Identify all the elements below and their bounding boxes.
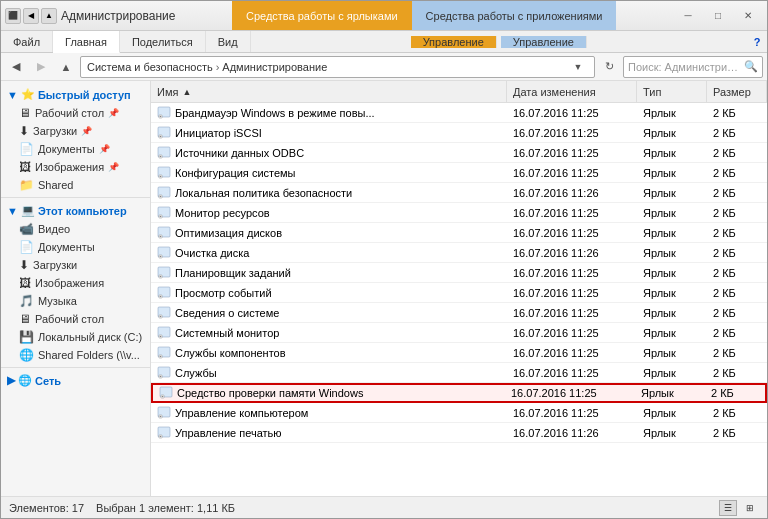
- search-placeholder: Поиск: Администрирование: [628, 61, 741, 73]
- table-row[interactable]: Оптимизация дисков 16.07.2016 11:25 Ярлы…: [151, 223, 767, 243]
- back-button[interactable]: ◀: [5, 56, 27, 78]
- file-type-cell: Ярлык: [637, 407, 707, 419]
- address-box[interactable]: Система и безопасность › Администрирован…: [80, 56, 595, 78]
- sidebar-quick-access-header[interactable]: ▼ ⭐ Быстрый доступ: [1, 85, 150, 104]
- shared-icon: 📁: [19, 178, 34, 192]
- search-box[interactable]: Поиск: Администрирование 🔍: [623, 56, 763, 78]
- table-row[interactable]: Конфигурация системы 16.07.2016 11:25 Яр…: [151, 163, 767, 183]
- sidebar-item-downloads2[interactable]: ⬇ Загрузки: [1, 256, 150, 274]
- statusbar: Элементов: 17 Выбран 1 элемент: 1,11 КБ …: [1, 496, 767, 518]
- file-name: Оптимизация дисков: [175, 227, 282, 239]
- file-name-cell: Источники данных ODBC: [151, 146, 507, 160]
- col-header-size[interactable]: Размер: [707, 81, 767, 102]
- file-icon: [157, 266, 171, 280]
- sidebar-item-images[interactable]: 🖼 Изображения 📌: [1, 158, 150, 176]
- col-header-type[interactable]: Тип: [637, 81, 707, 102]
- up-button[interactable]: ▲: [55, 56, 77, 78]
- address-dropdown-icon[interactable]: ▼: [568, 62, 588, 72]
- back-icon[interactable]: ◀: [23, 8, 39, 24]
- table-row[interactable]: Службы компонентов 16.07.2016 11:25 Ярлы…: [151, 343, 767, 363]
- details-view-button[interactable]: ☰: [719, 500, 737, 516]
- svg-point-11: [160, 175, 162, 177]
- file-list-header: Имя ▲ Дата изменения Тип Размер: [151, 81, 767, 103]
- table-row[interactable]: Инициатор iSCSI 16.07.2016 11:25 Ярлык 2…: [151, 123, 767, 143]
- file-size-cell: 2 КБ: [707, 327, 767, 339]
- downloads2-icon: ⬇: [19, 258, 29, 272]
- file-name-cell: Просмотр событий: [151, 286, 507, 300]
- window-title: Администрирование: [61, 9, 175, 23]
- sidebar-localdisk-label: Локальный диск (C:): [38, 331, 142, 343]
- col-header-name[interactable]: Имя ▲: [151, 81, 507, 102]
- window-controls: ─ □ ✕: [673, 6, 763, 26]
- file-size-cell: 2 КБ: [707, 347, 767, 359]
- maximize-button[interactable]: □: [703, 6, 733, 26]
- search-icon[interactable]: 🔍: [744, 60, 758, 73]
- sidebar-item-music[interactable]: 🎵 Музыка: [1, 292, 150, 310]
- quick-access-icon[interactable]: ⬛: [5, 8, 21, 24]
- sidebar-desktop2-label: Рабочий стол: [35, 313, 104, 325]
- table-row[interactable]: Очистка диска 16.07.2016 11:26 Ярлык 2 К…: [151, 243, 767, 263]
- sidebar-item-video[interactable]: 📹 Видео: [1, 220, 150, 238]
- table-row[interactable]: Средство проверки памяти Windows 16.07.2…: [151, 383, 767, 403]
- file-date-cell: 16.07.2016 11:25: [507, 167, 637, 179]
- sidebar-item-localdisk[interactable]: 💾 Локальный диск (C:): [1, 328, 150, 346]
- table-row[interactable]: Брандмауэр Windows в режиме повы... 16.0…: [151, 103, 767, 123]
- svg-point-35: [160, 335, 162, 337]
- sidebar-desktop-label: Рабочий стол: [35, 107, 104, 119]
- file-name: Сведения о системе: [175, 307, 279, 319]
- address-separator: ›: [216, 61, 220, 73]
- table-row[interactable]: Локальная политика безопасности 16.07.20…: [151, 183, 767, 203]
- context-tab-apps[interactable]: Средства работы с приложениями: [412, 1, 617, 30]
- refresh-button[interactable]: ↻: [598, 56, 620, 78]
- file-date-cell: 16.07.2016 11:25: [507, 327, 637, 339]
- sidebar-item-downloads[interactable]: ⬇ Загрузки 📌: [1, 122, 150, 140]
- table-row[interactable]: Системный монитор 16.07.2016 11:25 Ярлык…: [151, 323, 767, 343]
- context-tab-shortcuts[interactable]: Средства работы с ярлыками: [232, 1, 412, 30]
- tab-manage-apps[interactable]: Управление: [501, 36, 587, 48]
- table-row[interactable]: Просмотр событий 16.07.2016 11:25 Ярлык …: [151, 283, 767, 303]
- sidebar-network-header[interactable]: ▶ 🌐 Сеть: [1, 371, 150, 390]
- forward-button[interactable]: ▶: [30, 56, 52, 78]
- file-icon: [157, 246, 171, 260]
- file-name-cell: Средство проверки памяти Windows: [153, 386, 505, 400]
- addressbar: ◀ ▶ ▲ Система и безопасность › Администр…: [1, 53, 767, 81]
- sidebar-item-shared[interactable]: 📁 Shared: [1, 176, 150, 194]
- tab-home[interactable]: Главная: [53, 31, 120, 53]
- breadcrumb: Система и безопасность: [87, 61, 213, 73]
- file-name: Средство проверки памяти Windows: [177, 387, 363, 399]
- images2-icon: 🖼: [19, 276, 31, 290]
- sidebar-item-desktop[interactable]: 🖥 Рабочий стол 📌: [1, 104, 150, 122]
- sidebar-item-documents[interactable]: 📄 Документы 📌: [1, 140, 150, 158]
- tab-file[interactable]: Файл: [1, 31, 53, 52]
- pin-icon-desktop: 📌: [108, 108, 119, 118]
- help-button[interactable]: ?: [747, 31, 767, 52]
- table-row[interactable]: Управление печатью 16.07.2016 11:26 Ярлы…: [151, 423, 767, 443]
- sidebar-thispc-header[interactable]: ▼ 💻 Этот компьютер: [1, 201, 150, 220]
- table-row[interactable]: Сведения о системе 16.07.2016 11:25 Ярлы…: [151, 303, 767, 323]
- tab-share[interactable]: Поделиться: [120, 31, 206, 52]
- table-row[interactable]: Источники данных ODBC 16.07.2016 11:25 Я…: [151, 143, 767, 163]
- table-row[interactable]: Монитор ресурсов 16.07.2016 11:25 Ярлык …: [151, 203, 767, 223]
- col-header-date[interactable]: Дата изменения: [507, 81, 637, 102]
- sidebar-item-sharedfolders[interactable]: 🌐 Shared Folders (\\v...: [1, 346, 150, 364]
- file-name-cell: Брандмауэр Windows в режиме повы...: [151, 106, 507, 120]
- close-button[interactable]: ✕: [733, 6, 763, 26]
- sidebar-item-desktop2[interactable]: 🖥 Рабочий стол: [1, 310, 150, 328]
- sidebar-item-documents2[interactable]: 📄 Документы: [1, 238, 150, 256]
- tab-view[interactable]: Вид: [206, 31, 251, 52]
- tab-manage-shortcuts[interactable]: Управление: [411, 36, 497, 48]
- sidebar-item-images2[interactable]: 🖼 Изображения: [1, 274, 150, 292]
- tiles-view-button[interactable]: ⊞: [741, 500, 759, 516]
- desktop-icon: 🖥: [19, 106, 31, 120]
- table-row[interactable]: Управление компьютером 16.07.2016 11:25 …: [151, 403, 767, 423]
- file-type-cell: Ярлык: [637, 147, 707, 159]
- table-row[interactable]: Планировщик заданий 16.07.2016 11:25 Ярл…: [151, 263, 767, 283]
- file-size-cell: 2 КБ: [707, 167, 767, 179]
- minimize-button[interactable]: ─: [673, 6, 703, 26]
- table-row[interactable]: Службы 16.07.2016 11:25 Ярлык 2 КБ: [151, 363, 767, 383]
- ribbon-tabs-row: Файл Главная Поделиться Вид Управление У…: [1, 31, 767, 53]
- svg-point-17: [160, 215, 162, 217]
- music-icon: 🎵: [19, 294, 34, 308]
- documents-icon: 📄: [19, 142, 34, 156]
- up-icon[interactable]: ▲: [41, 8, 57, 24]
